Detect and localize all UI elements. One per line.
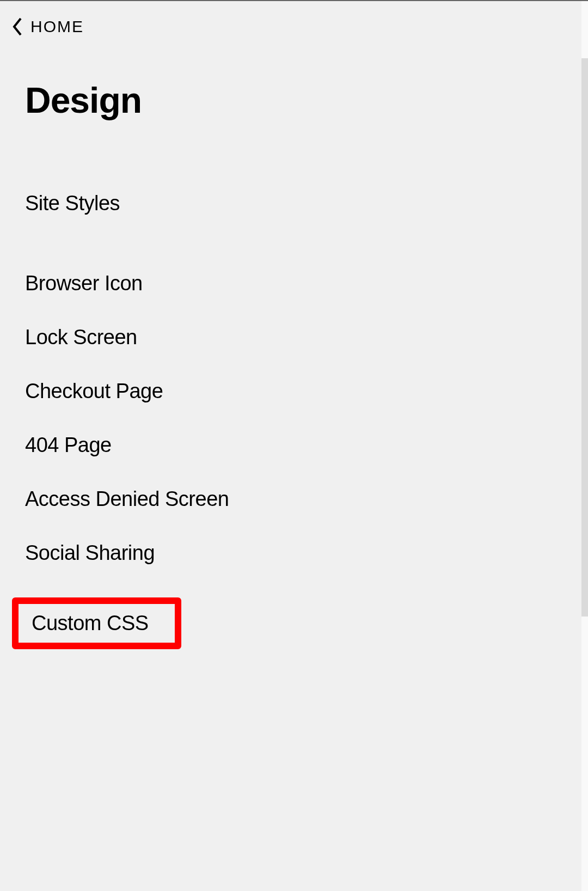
breadcrumb-label: HOME [30,17,84,36]
menu-item-checkout-page[interactable]: Checkout Page [25,380,163,403]
menu-group-3: Custom CSS [0,597,588,649]
menu-item-site-styles[interactable]: Site Styles [25,192,120,215]
highlight-annotation: Custom CSS [12,597,181,649]
menu-group-2: Browser Icon Lock Screen Checkout Page 4… [0,272,588,565]
menu-item-custom-css[interactable]: Custom CSS [32,612,149,635]
scrollbar-thumb[interactable] [581,58,588,617]
menu-item-404-page[interactable]: 404 Page [25,434,112,457]
menu-item-lock-screen[interactable]: Lock Screen [25,326,137,349]
page-title: Design [25,80,588,121]
chevron-left-icon [10,16,25,37]
design-panel: HOME Design Site Styles Browser Icon Loc… [0,0,588,891]
menu-item-browser-icon[interactable]: Browser Icon [25,272,143,295]
menu-group-1: Site Styles [0,192,588,215]
menu-item-social-sharing[interactable]: Social Sharing [25,541,155,565]
menu-item-access-denied-screen[interactable]: Access Denied Screen [25,487,229,511]
breadcrumb-back[interactable]: HOME [0,16,588,37]
